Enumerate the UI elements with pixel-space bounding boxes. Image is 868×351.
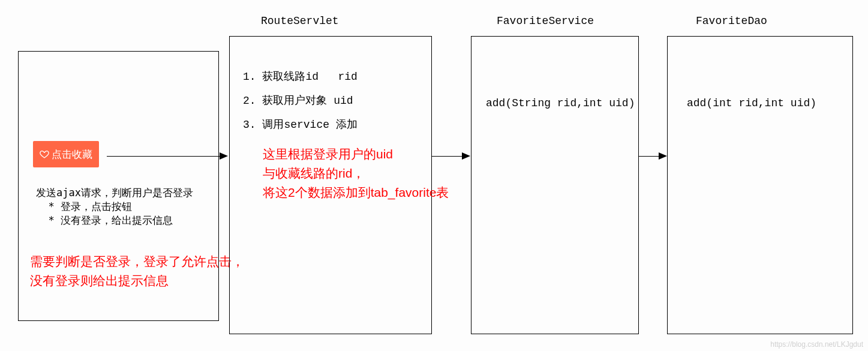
title-favorite-service: FavoriteService — [497, 15, 594, 27]
box-favorite-dao — [667, 36, 853, 334]
red-note-login-line1: 需要判断是否登录，登录了允许点击， — [30, 252, 244, 271]
servlet-step-2: 2. 获取用户对象 uid — [243, 93, 353, 107]
red-note-servlet-line2: 与收藏线路的rid， — [263, 164, 365, 183]
title-route-servlet: RouteServlet — [261, 15, 339, 27]
red-note-servlet-line1: 这里根据登录用户的uid — [263, 145, 393, 164]
service-method: add(String rid,int uid) — [486, 97, 635, 109]
ajax-desc-line3: * 没有登录，给出提示信息 — [36, 214, 173, 227]
red-note-login-line2: 没有登录则给出提示信息 — [30, 271, 169, 290]
watermark: https://blog.csdn.net/LKJgdut — [770, 340, 863, 349]
arrow-3-line — [639, 156, 660, 157]
title-favorite-dao: FavoriteDao — [696, 15, 767, 27]
ajax-desc-line1: 发送ajax请求，判断用户是否登录 — [36, 186, 193, 200]
arrow-1-head-icon — [220, 152, 228, 160]
ajax-desc-line2: * 登录，点击按钮 — [36, 200, 132, 214]
arrow-2-line — [432, 156, 463, 157]
servlet-step-1: 1. 获取线路id rid — [243, 69, 358, 83]
heart-icon — [40, 149, 49, 159]
favorite-button[interactable]: 点击收藏 — [33, 141, 99, 167]
servlet-step-3: 3. 调用service 添加 — [243, 117, 358, 131]
arrow-1-line — [107, 156, 221, 157]
arrow-2-head-icon — [462, 152, 470, 160]
arrow-3-head-icon — [659, 152, 667, 160]
favorite-button-label: 点击收藏 — [52, 148, 92, 161]
box-favorite-service — [471, 36, 639, 334]
dao-method: add(int rid,int uid) — [687, 97, 816, 109]
red-note-servlet-line3: 将这2个数据添加到tab_favorite表 — [263, 183, 449, 202]
